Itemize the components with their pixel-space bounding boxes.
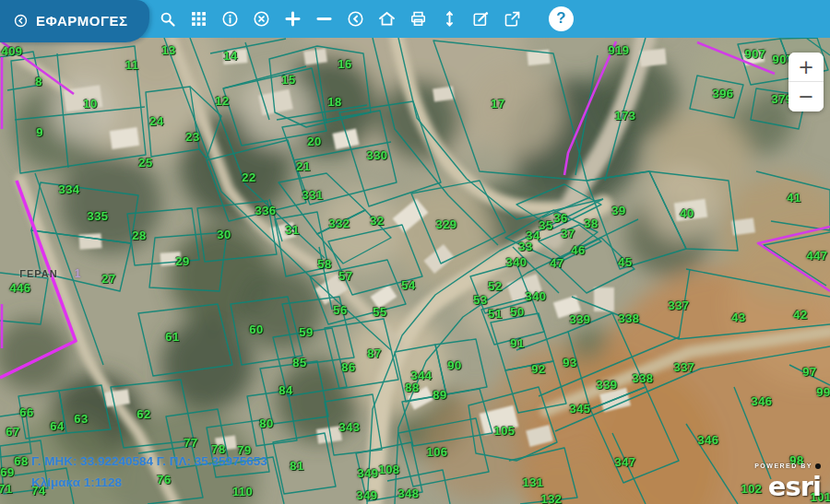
zoom-in-icon [283,9,302,29]
powered-by-label: POWERED BY [754,463,812,469]
toolbar: ΕΦΑΡΜΟΓΕΣ ? [0,0,830,38]
map-viewport[interactable]: ΓΕΡΑΝ 1 40991913907149071611158396379181… [0,0,830,504]
satellite-basemap [0,0,830,504]
grid-icon [189,9,208,29]
help-icon: ? [556,9,565,28]
scale-readout: Κλίμακα 1:1128 [31,472,267,493]
edit-button[interactable] [468,6,493,31]
applications-icon [13,13,29,29]
info-icon [220,9,240,29]
help-button[interactable]: ? [549,6,574,31]
home-button[interactable] [374,6,399,31]
search-button[interactable] [155,6,180,31]
statusbar: Γ. ΜΗΚ: 33.92240584 Γ. ΠΛ: 35.35975653 Κ… [31,451,267,493]
close-circle-icon [252,9,271,29]
edit-icon [471,9,491,29]
esri-logo[interactable]: esri [754,474,821,500]
applications-menu-button[interactable]: ΕΦΑΡΜΟΓΕΣ [0,0,149,42]
zoom-out-button[interactable] [312,6,337,31]
print-button[interactable] [406,6,431,31]
zoom-out-button[interactable]: − [788,82,824,111]
search-icon [158,9,177,29]
print-icon [409,9,428,29]
attribution: POWERED BY esri [754,458,821,500]
applications-label: ΕΦΑΡΜΟΓΕΣ [36,13,127,29]
map-application: ΓΕΡΑΝ 1 40991913907149071611158396379181… [0,0,830,504]
grid-button[interactable] [186,6,211,31]
share-icon [503,9,522,29]
coordinates-readout: Γ. ΜΗΚ: 33.92240584 Γ. ΠΛ: 35.35975653 [31,451,267,472]
home-icon [377,9,397,29]
close-circle-button[interactable] [249,6,274,31]
zoom-in-button[interactable] [280,6,305,31]
zoom-control: + − [788,53,824,111]
measure-icon [440,9,459,29]
zoom-out-icon [314,9,334,29]
info-button[interactable] [218,6,243,31]
measure-button[interactable] [437,6,462,31]
zoom-in-button[interactable]: + [788,53,824,82]
toolbar-icons [124,6,525,31]
previous-extent-button[interactable] [343,6,368,31]
powered-by-dot [815,463,821,469]
previous-extent-icon [346,9,365,29]
share-button[interactable] [500,6,525,31]
